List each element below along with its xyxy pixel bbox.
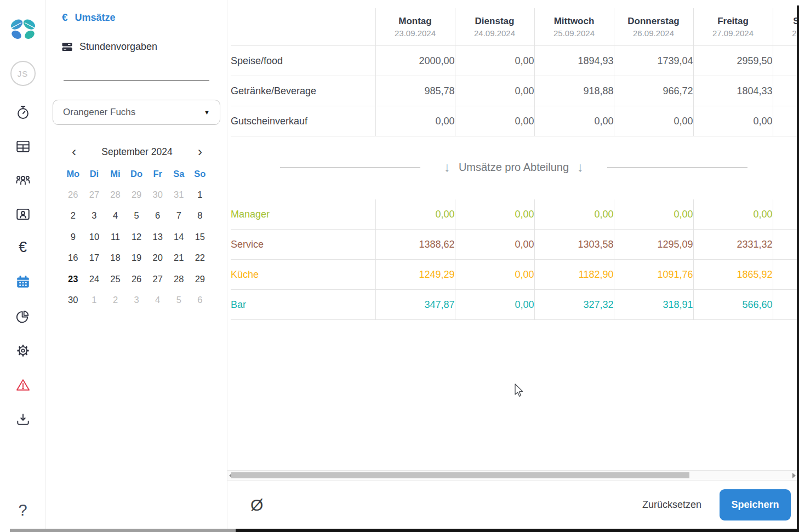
sidebar-item-time-tracking[interactable] — [15, 105, 31, 120]
value-cell[interactable] — [773, 106, 797, 136]
value-cell[interactable]: 1091,76 — [614, 260, 693, 290]
sidebar-item-downloads[interactable] — [15, 412, 31, 427]
value-cell[interactable]: 1739,04 — [614, 46, 693, 76]
calendar-day[interactable]: 17 — [84, 248, 105, 269]
calendar-day[interactable]: 26 — [126, 268, 147, 290]
value-cell[interactable]: 1388,62 — [375, 230, 455, 260]
calendar-day[interactable]: 6 — [190, 290, 211, 311]
value-cell[interactable] — [773, 290, 797, 320]
calendar-day[interactable]: 20 — [147, 248, 168, 269]
sidebar-item-revenue-calendar[interactable] — [15, 274, 31, 290]
value-cell[interactable]: 0,00 — [375, 106, 455, 136]
value-cell[interactable]: 1295,09 — [614, 230, 693, 260]
value-cell[interactable]: 966,72 — [614, 76, 693, 106]
value-cell[interactable]: 0,00 — [455, 76, 534, 106]
scrollbar-thumb[interactable] — [231, 472, 689, 478]
value-cell[interactable]: 1894,93 — [534, 46, 614, 76]
value-cell[interactable]: 2000,00 — [375, 46, 455, 76]
calendar-prev-button[interactable]: ‹ — [68, 145, 80, 158]
calendar-day[interactable]: 7 — [168, 205, 190, 227]
calendar-day[interactable]: 27 — [147, 268, 168, 290]
value-cell[interactable]: 0,00 — [693, 199, 773, 230]
calendar-day[interactable]: 11 — [105, 226, 126, 248]
value-cell[interactable] — [773, 230, 797, 260]
value-cell[interactable] — [773, 199, 797, 230]
calendar-day[interactable]: 2 — [62, 205, 84, 227]
calendar-day[interactable]: 4 — [147, 290, 168, 311]
value-cell[interactable]: 1865,92 — [693, 260, 773, 290]
value-cell[interactable]: 0,00 — [375, 199, 455, 230]
value-cell[interactable]: 1182,90 — [534, 260, 614, 290]
calendar-day[interactable]: 25 — [105, 268, 126, 290]
value-cell[interactable]: 1249,29 — [375, 260, 455, 290]
calendar-day[interactable]: 9 — [62, 226, 84, 248]
nav-item-stundenvorgaben[interactable]: Stundenvorgaben — [62, 41, 157, 53]
value-cell[interactable]: 566,60 — [693, 290, 773, 320]
calendar-day[interactable]: 30 — [147, 184, 168, 205]
sidebar-item-reports[interactable] — [15, 309, 31, 324]
sidebar-item-warnings[interactable] — [15, 377, 31, 393]
reset-button[interactable]: Zurücksetzen — [639, 499, 705, 511]
value-cell[interactable] — [773, 46, 797, 76]
save-button[interactable]: Speichern — [720, 489, 791, 520]
value-cell[interactable]: 0,00 — [455, 290, 534, 320]
calendar-day[interactable]: 10 — [84, 226, 105, 248]
calendar-day[interactable]: 14 — [168, 226, 190, 248]
value-cell[interactable]: 2331,32 — [693, 230, 773, 260]
calendar-day[interactable]: 19 — [126, 248, 147, 269]
calendar-day[interactable]: 15 — [190, 226, 211, 248]
calendar-day[interactable]: 28 — [168, 268, 190, 290]
value-cell[interactable]: 0,00 — [534, 199, 614, 230]
calendar-day[interactable]: 18 — [105, 248, 126, 269]
calendar-day[interactable]: 29 — [190, 268, 211, 290]
calendar-day[interactable]: 4 — [105, 205, 126, 227]
value-cell[interactable]: 1303,58 — [534, 230, 614, 260]
value-cell[interactable]: 318,91 — [614, 290, 693, 320]
value-cell[interactable]: 0,00 — [455, 106, 534, 136]
calendar-day[interactable]: 3 — [126, 290, 147, 311]
calendar-day[interactable]: 30 — [62, 290, 84, 311]
value-cell[interactable]: 347,87 — [375, 290, 455, 320]
calendar-day[interactable]: 21 — [168, 248, 190, 269]
calendar-day[interactable]: 29 — [126, 184, 147, 205]
calendar-day[interactable]: 3 — [84, 205, 105, 227]
calendar-day[interactable]: 16 — [62, 248, 84, 269]
value-cell[interactable]: 0,00 — [455, 199, 534, 230]
sidebar-item-employees[interactable] — [15, 207, 31, 222]
value-cell[interactable]: 0,00 — [614, 199, 693, 230]
calendar-day-selected[interactable]: 23 — [62, 268, 84, 290]
value-cell[interactable]: 0,00 — [455, 46, 534, 76]
calendar-day[interactable]: 28 — [105, 184, 126, 205]
nav-item-umsaetze[interactable]: € Umsätze — [62, 12, 116, 24]
calendar-day[interactable]: 26 — [62, 184, 84, 205]
value-cell[interactable]: 2959,50 — [693, 46, 773, 76]
calendar-day[interactable]: 1 — [190, 184, 211, 205]
value-cell[interactable]: 985,78 — [375, 76, 455, 106]
help-button[interactable]: ? — [18, 501, 27, 519]
value-cell[interactable] — [773, 76, 797, 106]
sidebar-item-payroll[interactable]: € — [19, 240, 27, 255]
calendar-day[interactable]: 1 — [84, 290, 105, 311]
value-cell[interactable]: 327,32 — [534, 290, 614, 320]
calendar-day[interactable]: 27 — [84, 184, 105, 205]
user-avatar[interactable]: JS — [10, 61, 36, 86]
calendar-day[interactable]: 24 — [84, 268, 105, 290]
calendar-day[interactable]: 13 — [147, 226, 168, 248]
value-cell[interactable]: 0,00 — [455, 260, 534, 290]
team-select-dropdown[interactable]: Orangener Fuchs ▼ — [53, 100, 220, 125]
calendar-day[interactable]: 6 — [147, 205, 168, 227]
value-cell[interactable]: 0,00 — [614, 106, 693, 136]
scrollbar-right-arrow[interactable] — [792, 473, 796, 478]
calendar-day[interactable]: 2 — [105, 290, 126, 311]
average-button[interactable]: Ø — [250, 496, 263, 514]
calendar-day[interactable]: 22 — [190, 248, 211, 269]
value-cell[interactable]: 918,88 — [534, 76, 614, 106]
calendar-day[interactable]: 31 — [168, 184, 190, 205]
sidebar-item-settings[interactable] — [15, 343, 31, 358]
value-cell[interactable]: 0,00 — [455, 230, 534, 260]
calendar-day[interactable]: 5 — [168, 290, 190, 311]
calendar-day[interactable]: 5 — [126, 205, 147, 227]
horizontal-scrollbar[interactable] — [227, 470, 799, 480]
calendar-day[interactable]: 12 — [126, 226, 147, 248]
value-cell[interactable]: 0,00 — [534, 106, 614, 136]
